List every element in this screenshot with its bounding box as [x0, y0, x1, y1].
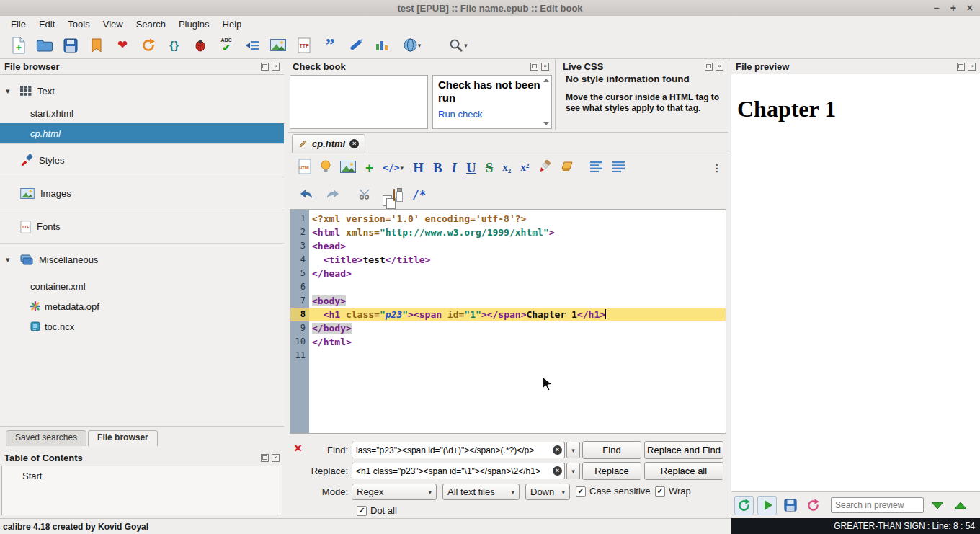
window-close-button[interactable]: × [967, 2, 973, 14]
insert-image-button[interactable] [340, 161, 356, 175]
float-panel-icon[interactable] [261, 454, 269, 462]
menu-search[interactable]: Search [130, 17, 172, 31]
code-line-11[interactable] [309, 349, 726, 362]
float-panel-icon[interactable] [261, 63, 269, 71]
wrap-checkbox[interactable]: ✓ Wrap [655, 486, 691, 497]
float-panel-icon[interactable] [530, 63, 538, 71]
code-line-6[interactable] [309, 280, 726, 294]
tree-file-cp-html[interactable]: cp.html [0, 123, 284, 143]
undo-button[interactable] [298, 188, 314, 202]
dot-all-checkbox[interactable]: ✓ Dot all [357, 505, 397, 516]
minimize-button[interactable]: – [934, 2, 940, 14]
replace-all-button[interactable]: Replace all [644, 462, 723, 480]
run-check-link[interactable]: Run check [438, 109, 482, 120]
toc-item-start[interactable]: Start [2, 466, 282, 481]
code-line-3[interactable]: <head> [309, 239, 726, 253]
replace-history-dropdown[interactable]: ▾ [566, 463, 580, 479]
cut-button[interactable] [359, 188, 372, 202]
find-history-dropdown[interactable]: ▾ [566, 442, 580, 458]
code-line-9[interactable]: </body> [309, 321, 726, 335]
scroll-up-icon[interactable] [543, 79, 549, 82]
code-line-2[interactable]: <html xmlns="http://www.w3.org/1999/xhtm… [309, 226, 726, 239]
paste-button[interactable] [393, 190, 395, 200]
superscript-button[interactable]: x² [520, 161, 529, 174]
heading-button[interactable]: H [413, 160, 424, 176]
current-syntax-button[interactable] [321, 160, 331, 175]
direction-select[interactable]: Down ▾ [525, 484, 570, 500]
code-line-7[interactable]: <body> [309, 294, 726, 308]
tree-file-container-xml[interactable]: container.xml [0, 276, 284, 296]
spellcheck-button[interactable]: ABC ✔ [215, 34, 238, 57]
editor-tab-cp-html[interactable]: cp.html × [292, 134, 365, 153]
smarten-punctuation-button[interactable]: ” [318, 34, 342, 57]
open-book-button[interactable] [33, 34, 56, 57]
tree-file-metadata-opf[interactable]: metadata.opf [0, 296, 284, 316]
code-line-8[interactable]: <h1 class="p23"><span id="1"></span>Chap… [309, 308, 726, 321]
tab-file-browser[interactable]: File browser [88, 430, 158, 446]
manage-images-button[interactable] [267, 34, 290, 57]
code-line-4[interactable]: <title>test</title> [309, 253, 726, 267]
find-next-preview-button[interactable] [927, 496, 947, 515]
underline-button[interactable]: U [466, 160, 476, 176]
background-color-button[interactable] [561, 161, 574, 174]
menu-file[interactable]: File [4, 17, 32, 31]
sync-button[interactable] [137, 34, 160, 57]
replace-button[interactable]: Replace [582, 462, 641, 480]
tree-category-styles[interactable]: Styles [0, 143, 284, 177]
align-left-button[interactable] [590, 161, 603, 174]
close-panel-icon[interactable]: × [716, 63, 723, 71]
find-input[interactable] [352, 442, 565, 458]
float-panel-icon[interactable] [957, 63, 965, 71]
check-results-list[interactable] [290, 75, 428, 129]
tree-category-fonts[interactable]: TTF Fonts [0, 210, 284, 243]
new-file-button[interactable]: + [7, 34, 30, 57]
menu-view[interactable]: View [97, 17, 130, 31]
code-line-5[interactable]: </head> [309, 267, 726, 280]
replace-input[interactable] [352, 463, 565, 479]
insert-comment-button[interactable]: /* [413, 189, 426, 202]
menu-tools[interactable]: Tools [61, 17, 96, 31]
expand-arrow-icon[interactable]: ▾ [6, 255, 14, 264]
save-book-button[interactable] [59, 34, 82, 57]
italic-button[interactable]: I [452, 160, 457, 176]
merge-files-button[interactable] [241, 34, 264, 57]
scope-select[interactable]: All text files ▾ [442, 484, 520, 500]
html-file-button[interactable]: HTML [298, 159, 311, 177]
expand-arrow-icon[interactable]: ▾ [6, 86, 14, 96]
close-panel-icon[interactable]: × [272, 63, 280, 71]
save-preview-button[interactable] [780, 496, 800, 515]
insert-braces-button[interactable]: {} [163, 34, 186, 57]
close-tab-icon[interactable]: × [349, 139, 359, 148]
redo-button[interactable] [325, 188, 341, 202]
code-line-1[interactable]: <?xml version='1.0' encoding='utf-8'?> [309, 212, 726, 226]
run-preview-button[interactable] [757, 496, 777, 515]
replace-and-find-button[interactable]: Replace and Find [644, 441, 723, 459]
align-justify-button[interactable] [612, 161, 625, 174]
check-external-links-button[interactable]: ▾ [441, 34, 476, 57]
tree-file-toc-ncx[interactable]: toc.ncx [0, 316, 284, 337]
check-book-button[interactable] [189, 34, 212, 57]
tree-category-text[interactable]: ▾ Text [0, 79, 284, 103]
donate-button[interactable]: ❤ [111, 34, 134, 57]
float-panel-icon[interactable] [705, 63, 713, 71]
close-panel-icon[interactable]: × [541, 63, 549, 71]
manage-fonts-button[interactable]: TTF [293, 34, 316, 57]
menu-help[interactable]: Help [216, 17, 249, 31]
preview-search-input[interactable] [831, 497, 924, 513]
browser-preview-button[interactable]: ▾ [396, 34, 428, 57]
close-panel-icon[interactable]: × [968, 63, 976, 71]
close-panel-icon[interactable]: × [272, 454, 280, 462]
tree-file-start-xhtml[interactable]: start.xhtml [0, 103, 284, 123]
reports-button[interactable] [370, 34, 393, 57]
mode-select[interactable]: Regex ▾ [352, 484, 437, 500]
code-editor[interactable]: 1234567891011 <?xml version='1.0' encodi… [290, 209, 726, 434]
find-previous-preview-button[interactable] [950, 496, 970, 515]
find-button[interactable]: Find [582, 441, 641, 459]
maximize-button[interactable]: + [950, 2, 956, 14]
preview-content[interactable]: Chapter 1 [731, 74, 980, 491]
strikethrough-button[interactable]: S [486, 160, 494, 176]
code-line-10[interactable]: </html> [309, 335, 726, 349]
subscript-button[interactable]: x₂ [502, 161, 511, 174]
edit-toc-button[interactable] [85, 34, 108, 57]
clear-replace-icon[interactable]: × [553, 466, 562, 476]
